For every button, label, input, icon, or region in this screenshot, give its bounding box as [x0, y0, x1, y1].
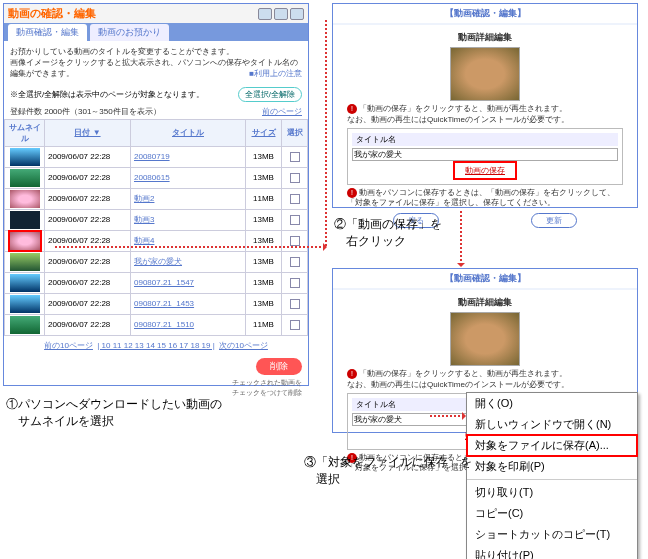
row-checkbox[interactable]	[290, 152, 300, 162]
header: 動画の確認・編集	[4, 4, 308, 23]
col-title-sort[interactable]: タイトル	[172, 128, 204, 137]
count-row: 登録件数 2000件（301～350件目を表示） 前のページ	[4, 104, 308, 119]
phone-icon	[258, 8, 272, 20]
cell-title[interactable]: 090807.21_1510	[131, 314, 246, 335]
update-button[interactable]: 更新	[531, 213, 577, 228]
camera-icon	[274, 8, 288, 20]
annotation-3: ③「対象をファイルに保存」を 選択	[304, 454, 472, 488]
breadcrumb: 【動画確認・編集】	[333, 269, 637, 288]
cell-title[interactable]: 動画3	[131, 209, 246, 230]
tab-storage[interactable]: 動画のお預かり	[90, 24, 169, 41]
context-menu-item[interactable]: 切り取り(T)	[467, 482, 637, 503]
context-menu-item[interactable]: 対象をファイルに保存(A)...	[467, 435, 637, 456]
col-size-sort[interactable]: サイズ	[252, 128, 276, 137]
video-preview[interactable]	[450, 312, 520, 366]
col-date-sort[interactable]: 日付 ▼	[74, 128, 100, 137]
device-icons	[258, 8, 304, 20]
table-row: 2009/06/07 22:282008071913MB	[5, 146, 308, 167]
cell-date: 2009/06/07 22:28	[45, 293, 131, 314]
section-title: 動画詳細編集	[347, 31, 623, 44]
arrow-2	[460, 211, 462, 265]
row-checkbox[interactable]	[290, 173, 300, 183]
row-checkbox[interactable]	[290, 215, 300, 225]
panel-detail-top: 【動画確認・編集】 動画詳細編集 !「動画の保存」をクリックすると、動画が再生さ…	[332, 3, 638, 208]
pager: 前の10ページ | 10 11 12 13 14 15 16 17 18 19 …	[4, 336, 308, 355]
table-row: 2009/06/07 22:28我が家の愛犬13MB	[5, 251, 308, 272]
row-checkbox[interactable]	[290, 320, 300, 330]
arrow-1v	[325, 20, 327, 246]
save-video-link[interactable]: 動画の保存	[455, 163, 515, 178]
tab-confirm[interactable]: 動画確認・編集	[8, 24, 87, 41]
select-all-button[interactable]: 全選択/全解除	[238, 87, 302, 102]
thumbnail[interactable]	[10, 211, 40, 229]
context-menu-item[interactable]: 開く(O)	[467, 393, 637, 414]
cell-title[interactable]: 動画2	[131, 188, 246, 209]
caution-link[interactable]: ■利用上の注意	[249, 68, 302, 79]
cell-size: 11MB	[246, 314, 282, 335]
pager-prev[interactable]: 前の10ページ	[44, 341, 93, 350]
cell-date: 2009/06/07 22:28	[45, 188, 131, 209]
pager-next[interactable]: 次の10ページ	[219, 341, 268, 350]
title-input[interactable]	[352, 148, 618, 161]
annotation-1: ①パソコンへダウンロードしたい動画の サムネイルを選択	[6, 396, 222, 430]
delete-row: 削除	[4, 355, 308, 378]
cell-title[interactable]: 090807.21_1547	[131, 272, 246, 293]
col-thumb: サムネイル	[5, 119, 45, 146]
select-note-row: ※全選択/全解除は表示中のページが対象となります。 全選択/全解除	[4, 85, 308, 104]
panel-video-list: 動画の確認・編集 動画確認・編集 動画のお預かり お預かりしている動画のタイトル…	[3, 3, 309, 386]
thumbnail[interactable]	[10, 253, 40, 271]
table-row: 2009/06/07 22:28090807.21_145313MB	[5, 293, 308, 314]
cell-title[interactable]: 我が家の愛犬	[131, 251, 246, 272]
description: お預かりしている動画のタイトルを変更することができます。 画像イメージをクリック…	[4, 41, 308, 85]
arrow-3	[430, 415, 464, 417]
cell-size: 13MB	[246, 293, 282, 314]
cell-date: 2009/06/07 22:28	[45, 272, 131, 293]
cell-date: 2009/06/07 22:28	[45, 167, 131, 188]
cell-date: 2009/06/07 22:28	[45, 146, 131, 167]
context-menu[interactable]: 開く(O)新しいウィンドウで開く(N)対象をファイルに保存(A)...対象を印刷…	[466, 392, 638, 559]
cell-date: 2009/06/07 22:28	[45, 209, 131, 230]
context-menu-item[interactable]: 対象を印刷(P)	[467, 456, 637, 477]
cell-title[interactable]: 20080615	[131, 167, 246, 188]
pc-icon	[290, 8, 304, 20]
section-title: 動画詳細編集	[347, 296, 623, 309]
bullet-icon: !	[347, 104, 357, 114]
context-menu-item[interactable]: 貼り付け(P)	[467, 545, 637, 559]
video-table: サムネイル 日付 ▼ タイトル サイズ 選択 2009/06/07 22:282…	[4, 119, 308, 336]
thumbnail[interactable]	[10, 190, 40, 208]
row-checkbox[interactable]	[290, 236, 300, 246]
thumbnail[interactable]	[10, 295, 40, 313]
thumbnail[interactable]	[10, 148, 40, 166]
bullet-icon: !	[347, 369, 357, 379]
row-checkbox[interactable]	[290, 257, 300, 267]
table-row: 2009/06/07 22:28動画211MB	[5, 188, 308, 209]
context-menu-item[interactable]: コピー(C)	[467, 503, 637, 524]
tabs: 動画確認・編集 動画のお預かり	[4, 23, 308, 41]
thumbnail[interactable]	[10, 316, 40, 334]
info-line-1: !「動画の保存」をクリックすると、動画が再生されます。 なお、動画の再生にはQu…	[347, 369, 623, 390]
cell-title[interactable]: 20080719	[131, 146, 246, 167]
delete-button[interactable]: 削除	[256, 358, 302, 375]
thumbnail[interactable]	[10, 274, 40, 292]
video-preview[interactable]	[450, 47, 520, 101]
info-line-1: !「動画の保存」をクリックすると、動画が再生されます。 なお、動画の再生にはQu…	[347, 104, 623, 125]
context-menu-item[interactable]: 新しいウィンドウで開く(N)	[467, 414, 637, 435]
table-row: 2009/06/07 22:28動画313MB	[5, 209, 308, 230]
cell-size: 13MB	[246, 251, 282, 272]
table-row: 2009/06/07 22:28090807.21_151011MB	[5, 314, 308, 335]
table-row: 2009/06/07 22:282008061513MB	[5, 167, 308, 188]
thumbnail[interactable]	[10, 169, 40, 187]
cell-size: 13MB	[246, 272, 282, 293]
row-checkbox[interactable]	[290, 299, 300, 309]
delete-note: チェックされた動画を チェックをつけて削除	[4, 378, 308, 398]
title-label: タイトル名	[352, 133, 618, 146]
cell-size: 13MB	[246, 167, 282, 188]
context-menu-item[interactable]: ショートカットのコピー(T)	[467, 524, 637, 545]
cell-title[interactable]: 090807.21_1453	[131, 293, 246, 314]
row-checkbox[interactable]	[290, 278, 300, 288]
thumbnail[interactable]	[10, 232, 40, 250]
prev-page-link[interactable]: 前のページ	[262, 106, 302, 117]
row-checkbox[interactable]	[290, 194, 300, 204]
arrow-1	[55, 246, 325, 248]
cell-size: 13MB	[246, 146, 282, 167]
